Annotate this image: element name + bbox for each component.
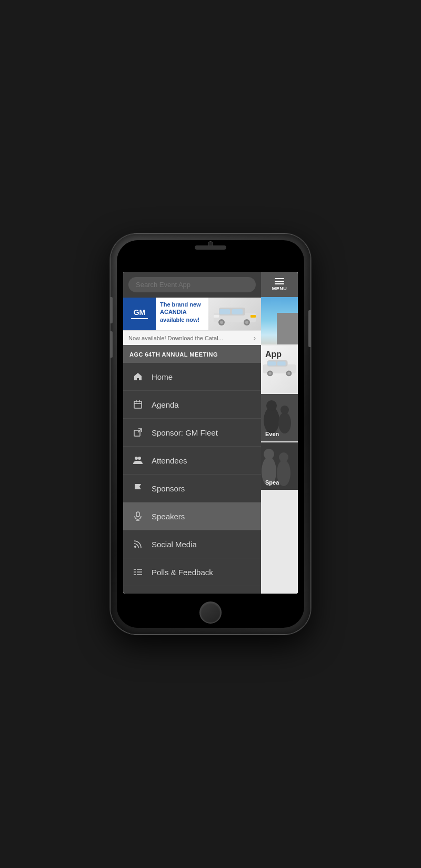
attendees-icon xyxy=(132,454,144,467)
right-panel: MENU App xyxy=(261,272,298,594)
flag-icon xyxy=(132,482,144,495)
svg-rect-9 xyxy=(250,315,256,318)
hamburger-icon xyxy=(275,278,284,284)
svg-point-5 xyxy=(245,321,248,324)
svg-point-39 xyxy=(278,412,291,433)
event-title: AGC 64TH ANNUAL MEETING xyxy=(129,351,218,358)
speaker-card-label: Spea xyxy=(265,479,279,486)
svg-point-21 xyxy=(134,546,136,548)
hamburger-line-1 xyxy=(275,278,284,279)
menu-item-agenda-label: Agenda xyxy=(152,400,179,409)
right-card-speaker: Spea xyxy=(261,442,298,490)
svg-point-3 xyxy=(220,321,223,324)
svg-rect-18 xyxy=(136,512,139,517)
menu-item-sponsors[interactable]: Sponsors xyxy=(123,475,261,502)
menu-button-area[interactable]: MENU xyxy=(261,272,298,297)
search-input-wrap[interactable] xyxy=(128,277,256,292)
screen: GM The brand new ACANDIA available now! xyxy=(123,272,298,594)
svg-point-33 xyxy=(287,372,290,374)
menu-item-sponsor[interactable]: Sponsor: GM Fleet xyxy=(123,419,261,447)
app-container: GM The brand new ACANDIA available now! xyxy=(123,272,298,594)
search-input[interactable] xyxy=(136,281,248,289)
menu-item-polls-label: Polls & Feedback xyxy=(152,568,213,577)
menu-item-speakers[interactable]: Speakers xyxy=(123,502,261,530)
right-card-event: Even xyxy=(261,394,298,441)
ad-banner: GM The brand new ACANDIA available now! xyxy=(123,298,261,345)
external-link-icon xyxy=(132,426,144,439)
svg-rect-34 xyxy=(267,361,276,366)
hamburger-line-2 xyxy=(275,281,284,282)
ad-car-image xyxy=(208,298,261,330)
menu-item-agenda[interactable]: Agenda xyxy=(123,391,261,419)
menu-item-home-label: Home xyxy=(152,372,173,381)
ad-cta-arrow: › xyxy=(254,334,256,342)
rss-icon xyxy=(132,538,144,550)
svg-point-31 xyxy=(268,372,271,374)
ad-cta-text: Now available! Download the Catal... xyxy=(128,335,223,341)
menu-item-sponsor-label: Sponsor: GM Fleet xyxy=(152,428,218,437)
svg-point-17 xyxy=(138,457,141,460)
power-button xyxy=(308,310,310,347)
menu-item-home[interactable]: Home xyxy=(123,363,261,391)
svg-point-45 xyxy=(279,452,288,462)
car-svg xyxy=(211,302,258,326)
event-title-bar: AGC 64TH ANNUAL MEETING xyxy=(123,345,261,363)
menu-button-label: MENU xyxy=(272,286,287,291)
ad-logo-underline xyxy=(131,318,148,319)
search-area xyxy=(123,272,261,298)
hamburger-line-3 xyxy=(275,283,284,284)
speaker xyxy=(195,245,226,250)
ad-image-row: GM The brand new ACANDIA available now! xyxy=(123,298,261,330)
menu-item-social-label: Social Media xyxy=(152,540,197,549)
svg-rect-10 xyxy=(134,401,142,408)
volume-down-button xyxy=(111,331,113,358)
menu-item-polls[interactable]: Polls & Feedback xyxy=(123,558,261,586)
home-icon xyxy=(132,370,144,383)
right-content-cards: App xyxy=(261,297,298,594)
agenda-icon xyxy=(132,398,144,411)
city-building xyxy=(277,313,298,344)
car-card-label: App xyxy=(265,350,282,359)
event-card-label: Even xyxy=(265,431,279,437)
ad-headline: The brand new ACANDIA available now! xyxy=(160,301,204,323)
phone-screen-area: GM The brand new ACANDIA available now! xyxy=(117,240,304,628)
svg-point-43 xyxy=(264,449,274,459)
menu-panel: GM The brand new ACANDIA available now! xyxy=(123,272,261,594)
svg-rect-6 xyxy=(219,309,230,314)
header-row xyxy=(123,272,261,298)
svg-point-16 xyxy=(135,457,138,460)
phone-device: GM The brand new ACANDIA available now! xyxy=(111,234,310,634)
svg-rect-35 xyxy=(277,361,286,366)
right-card-city xyxy=(261,297,298,344)
ad-cta-row[interactable]: Now available! Download the Catal... › xyxy=(123,330,261,345)
svg-rect-7 xyxy=(232,309,243,314)
menu-item-attendees-label: Attendees xyxy=(152,456,187,465)
menu-item-attendees[interactable]: Attendees xyxy=(123,447,261,475)
svg-rect-8 xyxy=(214,315,219,318)
svg-point-37 xyxy=(264,407,279,433)
svg-point-38 xyxy=(266,400,277,411)
menu-item-social[interactable]: Social Media xyxy=(123,530,261,558)
home-button[interactable] xyxy=(199,601,222,624)
ad-text-area: The brand new ACANDIA available now! xyxy=(156,298,208,330)
volume-up-button xyxy=(111,297,113,323)
right-card-car: App xyxy=(261,346,298,393)
mic-icon xyxy=(132,510,144,522)
menu-item-speakers-label: Speakers xyxy=(152,512,185,521)
list-icon xyxy=(132,566,144,578)
menu-item-sponsors-label: Sponsors xyxy=(152,484,185,493)
menu-items-list: Home A xyxy=(123,363,261,594)
svg-point-40 xyxy=(280,406,289,414)
ad-logo-text: GM xyxy=(131,309,148,317)
ad-logo: GM xyxy=(123,298,156,330)
